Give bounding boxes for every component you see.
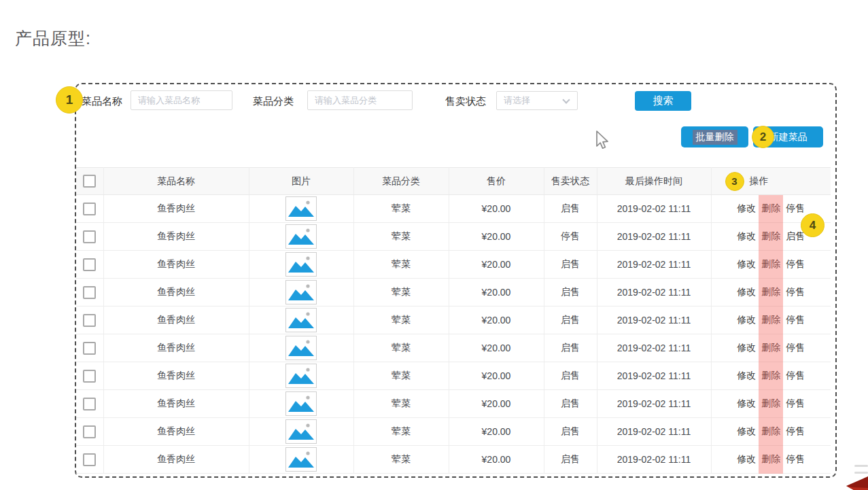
edge-gray-line xyxy=(854,465,868,467)
dish-price-cell: ¥20.00 xyxy=(449,446,544,474)
row-checkbox[interactable] xyxy=(83,258,96,271)
actions-cell: 修改删除停售 xyxy=(711,279,831,307)
toggle-sale-link[interactable]: 停售 xyxy=(786,370,805,381)
sale-status-cell: 启售 xyxy=(544,251,597,279)
row-checkbox[interactable] xyxy=(83,286,96,299)
dish-category-input[interactable] xyxy=(307,90,413,110)
toggle-sale-link[interactable]: 停售 xyxy=(786,258,805,269)
toggle-sale-link[interactable]: 停售 xyxy=(786,314,805,325)
last-op-time-cell: 2019-02-02 11:11 xyxy=(597,251,711,279)
col-header-status: 售卖状态 xyxy=(544,168,597,195)
delete-link[interactable]: 删除 xyxy=(761,286,780,297)
dish-name-cell: 鱼香肉丝 xyxy=(103,307,249,334)
dish-price-cell: ¥20.00 xyxy=(449,307,544,334)
dish-image-thumbnail xyxy=(285,447,317,472)
modify-link[interactable]: 修改 xyxy=(737,286,756,297)
row-checkbox[interactable] xyxy=(83,370,96,383)
image-placeholder-icon xyxy=(287,226,315,247)
row-checkbox[interactable] xyxy=(83,342,96,355)
batch-delete-button[interactable]: 批量删除 xyxy=(681,126,748,147)
row-checkbox[interactable] xyxy=(83,203,96,215)
toggle-sale-link[interactable]: 停售 xyxy=(786,398,805,408)
modify-link[interactable]: 修改 xyxy=(737,398,756,408)
col-header-last-op-time: 最后操作时间 xyxy=(597,168,711,195)
toggle-sale-link[interactable]: 停售 xyxy=(786,425,805,436)
last-op-time-cell: 2019-02-02 11:11 xyxy=(597,390,711,418)
row-checkbox[interactable] xyxy=(83,314,96,327)
dish-name-cell: 鱼香肉丝 xyxy=(103,446,249,474)
toggle-sale-link[interactable]: 停售 xyxy=(786,342,805,353)
toggle-sale-link[interactable]: 启售 xyxy=(786,230,805,241)
annotation-marker-4: 4 xyxy=(801,213,824,237)
image-placeholder-icon xyxy=(287,365,315,387)
sale-status-cell: 启售 xyxy=(544,195,597,223)
row-checkbox[interactable] xyxy=(83,398,96,410)
search-button[interactable]: 搜索 xyxy=(635,91,691,111)
row-checkbox[interactable] xyxy=(83,425,96,438)
delete-link[interactable]: 删除 xyxy=(761,203,780,213)
delete-link[interactable]: 删除 xyxy=(761,342,780,353)
dish-image-cell xyxy=(249,390,353,418)
dish-image-cell xyxy=(249,307,353,334)
sale-status-cell: 启售 xyxy=(544,279,597,307)
dish-image-cell xyxy=(249,195,353,223)
sale-status-label: 售卖状态 xyxy=(445,95,486,108)
dish-image-cell xyxy=(249,279,353,307)
sale-status-select[interactable]: 请选择 xyxy=(496,91,578,110)
dish-category-cell: 荤菜 xyxy=(353,195,449,223)
col-header-actions: 3 操作 xyxy=(711,168,831,195)
row-checkbox[interactable] xyxy=(83,453,96,466)
dish-image-thumbnail xyxy=(285,280,317,304)
dish-image-thumbnail xyxy=(285,391,317,416)
dish-image-cell xyxy=(249,223,353,251)
dish-name-input[interactable] xyxy=(131,90,232,110)
modify-link[interactable]: 修改 xyxy=(737,342,756,353)
select-all-checkbox[interactable] xyxy=(83,175,96,188)
toggle-sale-link[interactable]: 停售 xyxy=(786,203,805,213)
image-placeholder-icon xyxy=(287,449,315,470)
dish-category-cell: 荤菜 xyxy=(353,307,449,334)
row-checkbox[interactable] xyxy=(83,230,96,243)
sale-status-cell: 启售 xyxy=(544,334,597,362)
modify-link[interactable]: 修改 xyxy=(737,425,756,436)
dish-image-cell xyxy=(249,446,353,474)
dish-image-cell xyxy=(249,362,353,390)
dish-image-thumbnail xyxy=(285,252,317,277)
modify-link[interactable]: 修改 xyxy=(737,453,756,464)
sale-status-cell: 启售 xyxy=(544,418,597,446)
dish-image-thumbnail xyxy=(285,364,317,388)
sale-status-cell: 启售 xyxy=(544,446,597,474)
dish-price-cell: ¥20.00 xyxy=(449,390,544,418)
toggle-sale-link[interactable]: 停售 xyxy=(786,453,805,464)
dish-name-cell: 鱼香肉丝 xyxy=(103,251,249,279)
dish-price-cell: ¥20.00 xyxy=(449,334,544,362)
dish-name-cell: 鱼香肉丝 xyxy=(103,195,249,223)
delete-link[interactable]: 删除 xyxy=(761,453,780,464)
toggle-sale-link[interactable]: 停售 xyxy=(786,286,805,297)
dish-price-cell: ¥20.00 xyxy=(449,251,544,279)
col-header-category: 菜品分类 xyxy=(353,168,449,195)
delete-link[interactable]: 删除 xyxy=(761,425,780,436)
dish-image-thumbnail xyxy=(285,336,317,360)
modify-link[interactable]: 修改 xyxy=(737,258,756,269)
delete-link[interactable]: 删除 xyxy=(761,314,780,325)
delete-link[interactable]: 删除 xyxy=(761,230,780,241)
modify-link[interactable]: 修改 xyxy=(737,203,756,213)
delete-link[interactable]: 删除 xyxy=(761,370,780,381)
modify-link[interactable]: 修改 xyxy=(737,314,756,325)
modify-link[interactable]: 修改 xyxy=(737,370,756,381)
dish-category-cell: 荤菜 xyxy=(353,279,449,307)
last-op-time-cell: 2019-02-02 11:11 xyxy=(597,307,711,334)
delete-link[interactable]: 删除 xyxy=(761,398,780,408)
sale-status-cell: 启售 xyxy=(544,390,597,418)
image-placeholder-icon xyxy=(287,309,315,331)
sale-status-cell: 启售 xyxy=(544,307,597,334)
delete-link[interactable]: 删除 xyxy=(761,258,780,269)
annotation-marker-1: 1 xyxy=(56,86,83,113)
image-placeholder-icon xyxy=(287,253,315,275)
screenshot-canvas: 产品原型: 菜品名称 菜品分类 售卖状态 请选择 搜索 批量删除 新建菜品 xyxy=(0,0,868,490)
dish-price-cell: ¥20.00 xyxy=(449,362,544,390)
chevron-down-icon xyxy=(562,96,570,103)
edge-gray-line xyxy=(854,472,868,474)
modify-link[interactable]: 修改 xyxy=(737,230,756,241)
